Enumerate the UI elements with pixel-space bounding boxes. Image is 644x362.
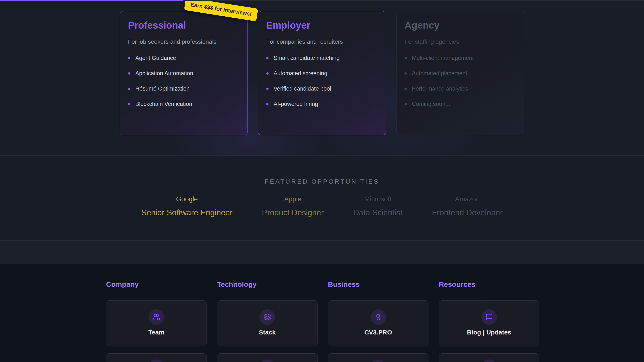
bullet-dot-icon [266,57,268,59]
plan-feature-label: Smart candidate matching [274,55,340,61]
bullet-dot-icon [128,72,130,75]
featured-job-apple[interactable]: Apple Product Designer [262,195,324,217]
plan-feature: Smart candidate matching [266,55,378,61]
job-role: Frontend Developer [432,208,503,217]
featured-job-microsoft[interactable]: Microsoft Data Scientist [353,195,402,217]
award-icon [370,309,386,325]
footer-card-cv3pro[interactable]: CV3.PRO [328,300,428,347]
hidden-icon [370,360,386,362]
layers-icon [260,309,275,325]
plan-subtitle: For companies and recruiters [266,38,378,45]
footer-card-partial[interactable] [328,353,428,362]
job-company: Google [142,195,232,203]
plan-card-employer[interactable]: Employer For companies and recruiters Sm… [258,11,386,135]
footer-card-label: Stack [259,329,276,336]
job-role: Product Designer [262,208,324,217]
footer-column-heading: Resources [439,280,540,289]
plan-card-content: Professional For job seekers and profess… [128,20,240,107]
plan-feature-list: Multi-client management Automated placem… [404,55,516,107]
bullet-dot-icon [128,57,130,59]
footer-card-label: Team [148,329,164,336]
footer-card-partial[interactable] [106,353,207,362]
footer-card-partial[interactable] [217,353,318,362]
scroll-progress-fill [0,0,183,1]
plan-subtitle: For job seekers and professionals [128,38,240,45]
chat-icon [481,309,497,325]
footer-card-partial[interactable] [439,353,540,362]
hidden-icon [260,360,275,362]
footer-card-label: CV3.PRO [364,329,392,336]
job-company: Apple [262,195,324,203]
plan-feature: Automated placement [404,70,516,77]
bullet-dot-icon [128,88,130,90]
plan-card-professional[interactable]: Professional For job seekers and profess… [120,11,248,135]
plan-feature: Automated screening [266,70,378,77]
plan-feature-label: Agent Guidance [135,55,176,61]
footer-column-heading: Technology [217,280,318,289]
plan-feature-label: Verified candidate pool [274,86,331,92]
plan-feature: Performance analytics [404,86,516,92]
spacer-section [0,241,644,264]
bullet-dot-icon [266,72,268,75]
bullet-dot-icon [266,88,268,90]
footer: Company Team Technology Stack [0,264,644,362]
footer-column-heading: Business [328,280,428,289]
plans-row: Professional For job seekers and profess… [0,0,644,135]
plan-feature-label: Performance analytics [412,86,468,92]
plan-card-content: Agency For staffing agencies Multi-clien… [404,20,516,107]
job-role: Senior Software Engineer [142,208,232,217]
plan-feature: Multi-client management [404,55,516,61]
plan-feature-label: Automated placement [412,70,467,77]
plan-feature-label: Multi-client management [412,55,474,61]
scroll-progress-track [0,0,644,1]
job-role: Data Scientist [353,208,402,217]
footer-card-label: Blog | Updates [467,329,511,336]
plan-feature-label: Application Automation [135,70,193,77]
plan-feature-label: Blockchain Verification [135,101,192,107]
footer-grid: Company Team Technology Stack [106,280,538,362]
featured-opportunities-section: FEATURED OPPORTUNITIES Google Senior Sof… [0,156,644,241]
featured-heading: FEATURED OPPORTUNITIES [0,156,644,185]
plan-feature-label: Résumé Optimization [135,86,190,92]
plans-section: Earn $$$ for Interviews! Professional Fo… [0,0,644,156]
bullet-dot-icon [404,103,407,105]
bullet-dot-icon [404,72,407,75]
footer-card-team[interactable]: Team [106,300,207,347]
plan-title: Professional [128,20,240,31]
job-company: Amazon [432,195,503,203]
plan-feature-label: Coming soon... [412,101,450,107]
footer-column-resources: Resources Blog | Updates [439,280,540,362]
landing-page: Earn $$$ for Interviews! Professional Fo… [0,0,644,362]
plan-title: Employer [266,20,378,31]
footer-card-blog[interactable]: Blog | Updates [439,300,540,347]
plan-feature: Résumé Optimization [128,86,240,92]
hidden-icon [148,360,164,362]
plan-card-agency: Agency For staffing agencies Multi-clien… [396,11,524,135]
footer-column-company: Company Team [106,280,207,362]
bullet-dot-icon [266,103,268,105]
users-icon [148,309,164,325]
footer-card-stack[interactable]: Stack [217,300,318,347]
plan-feature-list: Agent Guidance Application Automation Ré… [128,55,240,107]
plan-subtitle: For staffing agencies [404,38,516,45]
plan-feature: Agent Guidance [128,55,240,61]
plan-feature: Coming soon... [404,101,516,107]
bullet-dot-icon [128,103,130,105]
plan-feature-list: Smart candidate matching Automated scree… [266,55,378,107]
featured-job-google[interactable]: Google Senior Software Engineer [142,195,232,217]
featured-jobs-row: Google Senior Software Engineer Apple Pr… [0,195,644,217]
hidden-icon [481,360,497,362]
footer-column-heading: Company [106,280,207,289]
featured-job-amazon[interactable]: Amazon Frontend Developer [432,195,503,217]
bullet-dot-icon [404,88,407,90]
plan-feature-label: Automated screening [274,70,327,77]
plan-feature: Application Automation [128,70,240,77]
plan-card-content: Employer For companies and recruiters Sm… [266,20,378,107]
footer-column-business: Business CV3.PRO [328,280,428,362]
footer-column-technology: Technology Stack [217,280,318,362]
job-company: Microsoft [353,195,402,203]
plan-feature: Verified candidate pool [266,86,378,92]
plan-feature: AI-powered hiring [266,101,378,107]
plan-feature: Blockchain Verification [128,101,240,107]
bullet-dot-icon [404,57,407,59]
